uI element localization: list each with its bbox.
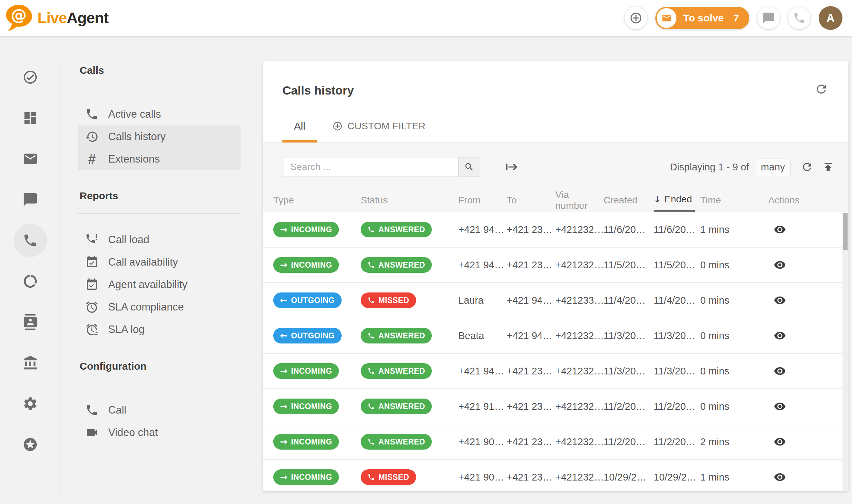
view-call-button[interactable] [774, 259, 786, 271]
sidebar-item-label: Call availability [108, 256, 178, 268]
table-row: →INCOMINGANSWERED+421 91…+421 23…+421232… [263, 389, 848, 424]
cell-via: +421233… [555, 295, 604, 306]
rail-settings-button[interactable] [10, 383, 51, 424]
table-row: ←OUTGOINGMISSEDLaura+421 94…+421233…11/4… [263, 283, 848, 318]
view-call-button[interactable] [774, 223, 786, 236]
cell-type: →INCOMING [273, 399, 361, 414]
call-load-icon [85, 233, 99, 247]
incoming-badge: →INCOMING [273, 363, 339, 379]
cell-from: Beata [458, 330, 507, 341]
check-circle-icon [22, 69, 38, 85]
tab-all[interactable]: All [282, 120, 317, 142]
view-call-button[interactable] [774, 400, 786, 413]
sidebar-item-label: SLA log [108, 323, 145, 336]
rail-chat-button[interactable] [10, 179, 51, 220]
rail-dashboard-button[interactable] [10, 98, 51, 138]
column-header-actions[interactable]: Actions [768, 188, 848, 212]
incoming-badge: →INCOMING [273, 257, 339, 273]
cell-created: 11/2/20… [604, 401, 654, 412]
column-header-ended[interactable]: ↓Ended [654, 188, 695, 212]
tab-custom-filter[interactable]: CUSTOM FILTER [332, 121, 425, 142]
to-solve-circle [657, 8, 676, 28]
view-call-button[interactable] [774, 471, 786, 483]
cell-type: →INCOMING [273, 257, 361, 273]
menu-section-title: Calls [78, 65, 241, 76]
logo-text: LiveAgent [37, 9, 109, 27]
cell-type: →INCOMING [273, 434, 361, 450]
incoming-badge: →INCOMING [273, 222, 339, 237]
phone-icon [22, 233, 38, 248]
user-avatar[interactable]: A [819, 6, 842, 30]
sidebar-item-sla-log[interactable]: SLA log [78, 318, 241, 341]
sidebar-item-video-chat[interactable]: Video chat [78, 421, 241, 444]
export-button[interactable] [505, 161, 518, 173]
phone-icon [85, 403, 99, 417]
cell-to: +421 94… [507, 295, 555, 306]
cell-time: 1 mins [700, 224, 768, 235]
search-button[interactable] [458, 157, 480, 177]
rail-mail-button[interactable] [10, 138, 51, 179]
sidebar-item-call-load[interactable]: Call load [78, 229, 241, 251]
table-row: ←OUTGOINGANSWEREDBeata+421 94…+421232…11… [263, 318, 848, 354]
cell-time: 2 mins [700, 436, 768, 448]
answered-badge: ANSWERED [361, 328, 432, 343]
rail-calls-button[interactable] [10, 220, 51, 261]
sidebar-item-active-calls[interactable]: Active calls [78, 103, 241, 125]
divider [78, 384, 241, 384]
sidebar-item-sla-compliance[interactable]: SLA compliance [78, 296, 241, 318]
column-header-created[interactable]: Created [604, 188, 654, 212]
missed-badge: MISSED [361, 292, 416, 308]
sidebar-item-call-availability[interactable]: Call availability [78, 251, 241, 273]
paging-count-chip[interactable]: many [755, 158, 791, 176]
phone-icon [793, 12, 806, 24]
rail-divider [61, 61, 61, 497]
liveagent-app: @ LiveAgent To solve 7 A [0, 0, 852, 504]
column-header-via-number[interactable]: Via number [555, 188, 604, 212]
toolbar: Displaying 1 - 9 of many [263, 143, 848, 177]
column-header-from[interactable]: From [458, 188, 507, 212]
cell-actions [768, 471, 848, 483]
sidebar-item-agent-availability[interactable]: Agent availability [78, 273, 241, 296]
column-header-type[interactable]: Type [273, 188, 361, 212]
table-row: →INCOMINGANSWERED+421 94…+421 23…+421232… [263, 248, 848, 283]
search-input[interactable] [283, 157, 458, 177]
view-call-button[interactable] [774, 436, 786, 448]
to-solve-button[interactable]: To solve 7 [655, 7, 749, 29]
rail-billing-button[interactable] [10, 342, 51, 383]
column-header-to[interactable]: To [507, 188, 555, 212]
cell-from: +421 94… [458, 366, 507, 377]
column-header-status[interactable]: Status [361, 188, 458, 212]
alarm-icon [85, 300, 99, 314]
cell-status: ANSWERED [361, 399, 458, 414]
cell-time: 0 mins [700, 330, 768, 341]
column-header-time[interactable]: Time [700, 188, 768, 212]
liveagent-logo[interactable]: @ LiveAgent [5, 3, 109, 33]
logo-text-agent: Agent [67, 9, 109, 27]
view-call-button[interactable] [774, 365, 786, 377]
chats-button[interactable] [757, 7, 780, 29]
card-refresh-button[interactable] [815, 82, 828, 96]
sidebar-item-extensions[interactable]: #Extensions [78, 148, 241, 170]
sidebar-item-calls-history[interactable]: Calls history [78, 125, 241, 148]
rail-reports-button[interactable] [10, 261, 51, 302]
cell-actions [768, 330, 848, 342]
rail-contacts-button[interactable] [10, 302, 51, 342]
view-call-button[interactable] [774, 330, 786, 342]
main-area: Calls history All CUSTOM FILTER [253, 36, 852, 504]
sidebar-item-call[interactable]: Call [78, 399, 241, 421]
cell-status: ANSWERED [361, 328, 458, 343]
scroll-to-top-button[interactable] [822, 161, 834, 173]
add-new-button[interactable] [625, 7, 647, 29]
list-refresh-button[interactable] [801, 161, 813, 173]
cell-ended: 11/6/20… [654, 224, 700, 235]
cell-actions [768, 436, 848, 448]
rail-tickets-button[interactable] [10, 57, 51, 98]
rail-achievements-button[interactable] [10, 424, 51, 465]
calls-button[interactable] [788, 7, 810, 29]
cell-status: ANSWERED [361, 222, 458, 237]
cell-created: 10/29/2… [604, 472, 654, 483]
scrollbar-thumb[interactable] [843, 213, 848, 250]
cell-via: +421232… [555, 330, 604, 341]
view-call-button[interactable] [774, 294, 786, 306]
cell-to: +421 23… [507, 436, 555, 448]
